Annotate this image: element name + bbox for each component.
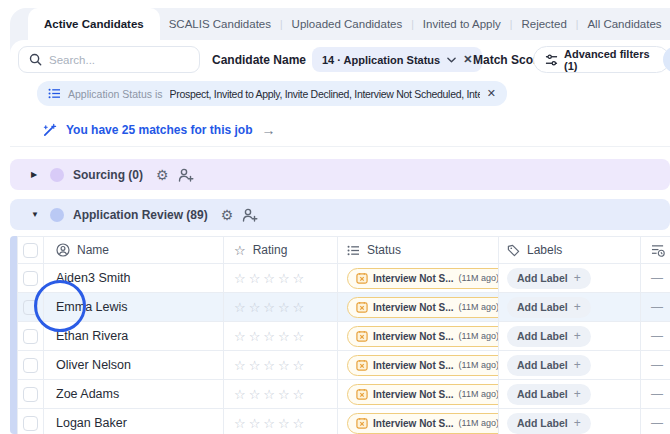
section-sourcing[interactable]: ▶ Sourcing (0) ⚙: [10, 159, 670, 190]
add-person-icon[interactable]: [242, 208, 258, 222]
status-ago: (11M ago): [459, 389, 499, 399]
candidate-row[interactable]: Ethan Rivera ☆☆☆☆☆ Interview Not S... (1…: [18, 322, 670, 351]
column-header-status[interactable]: Status: [367, 243, 401, 257]
gear-icon[interactable]: ⚙: [156, 168, 169, 182]
tab-rejected[interactable]: Rejected: [512, 8, 575, 40]
plus-icon: +: [574, 329, 581, 343]
row-checkbox[interactable]: [23, 300, 38, 315]
select-all-checkbox[interactable]: [23, 243, 38, 258]
add-label-text: Add Label: [517, 359, 568, 371]
advanced-filters-button[interactable]: Advanced filters (1): [533, 46, 670, 73]
add-label-text: Add Label: [517, 388, 568, 400]
status-chip[interactable]: Interview Not S... (11M ago): [347, 326, 499, 347]
status-label: Interview Not S...: [373, 302, 454, 313]
status-chip[interactable]: Interview Not S... (11M ago): [347, 413, 499, 434]
rating-stars[interactable]: ☆☆☆☆☆: [234, 387, 307, 402]
plus-icon: +: [574, 271, 581, 285]
candidate-name: Emma Lewis: [56, 300, 128, 314]
status-label: Interview Not S...: [373, 273, 454, 284]
empty-value: —: [651, 329, 663, 343]
calendar-x-icon: [356, 388, 368, 400]
calendar-x-icon: [356, 301, 368, 313]
application-status-filter-chip[interactable]: 14 · Application Status ✕: [312, 47, 482, 72]
status-label: Interview Not S...: [373, 331, 454, 342]
status-label: Interview Not S...: [373, 389, 454, 400]
candidate-row[interactable]: Aiden3 Smith ☆☆☆☆☆ Interview Not S... (1…: [18, 264, 670, 293]
candidate-name: Logan Baker: [56, 416, 127, 430]
rating-stars[interactable]: ☆☆☆☆☆: [234, 358, 307, 373]
add-person-icon[interactable]: [178, 168, 194, 182]
empty-value: —: [651, 358, 663, 372]
empty-value: —: [651, 416, 663, 430]
matches-text: You have 25 matches for this job: [66, 123, 253, 137]
tab-all-candidates[interactable]: All Candidates: [578, 8, 670, 40]
caret-down-icon[interactable]: ▼: [31, 210, 41, 219]
tab-scalis-candidates[interactable]: SCALIS Candidates: [160, 8, 280, 40]
stage-color-dot: [50, 168, 64, 182]
row-checkbox[interactable]: [23, 416, 38, 431]
add-label-text: Add Label: [517, 301, 568, 313]
add-label-button[interactable]: Add Label+: [507, 413, 591, 434]
stage-color-dot: [50, 208, 64, 222]
matches-banner-link[interactable]: You have 25 matches for this job →: [42, 121, 276, 139]
add-label-button[interactable]: Add Label+: [507, 297, 591, 318]
caret-right-icon[interactable]: ▶: [31, 170, 41, 179]
list-icon: [347, 245, 360, 256]
tag-icon: [507, 244, 520, 257]
search-input[interactable]: [49, 54, 179, 66]
status-chip[interactable]: Interview Not S... (11M ago): [347, 268, 499, 289]
calendar-x-icon: [356, 417, 368, 429]
empty-value: —: [651, 271, 663, 285]
candidate-name: Aiden3 Smith: [56, 271, 130, 285]
tab-invited-to-apply[interactable]: Invited to Apply: [414, 8, 510, 40]
candidate-row[interactable]: Oliver Nelson ☆☆☆☆☆ Interview Not S... (…: [18, 351, 670, 380]
rating-stars[interactable]: ☆☆☆☆☆: [234, 300, 307, 315]
close-icon[interactable]: ✕: [463, 53, 472, 66]
status-chip[interactable]: Interview Not S... (11M ago): [347, 384, 499, 405]
view-tabs: Active Candidates SCALIS Candidates | Up…: [10, 8, 670, 40]
row-checkbox[interactable]: [23, 329, 38, 344]
empty-value: —: [651, 300, 663, 314]
row-checkbox[interactable]: [23, 358, 38, 373]
candidate-name: Ethan Rivera: [56, 329, 128, 343]
magic-wand-icon: [42, 123, 57, 138]
status-ago: (11M ago): [459, 273, 499, 283]
candidate-row[interactable]: Logan Baker ☆☆☆☆☆ Interview Not S... (11…: [18, 409, 670, 434]
candidate-name: Oliver Nelson: [56, 358, 131, 372]
add-label-button[interactable]: Add Label+: [507, 268, 591, 289]
add-label-button[interactable]: Add Label+: [507, 384, 591, 405]
status-chip[interactable]: Interview Not S... (11M ago): [347, 355, 499, 376]
column-header-rating[interactable]: Rating: [253, 243, 288, 257]
status-chip[interactable]: Interview Not S... (11M ago): [347, 297, 499, 318]
candidate-row[interactable]: Zoe Adams ☆☆☆☆☆ Interview Not S... (11M …: [18, 380, 670, 409]
status-label: Interview Not S...: [373, 360, 454, 371]
add-label-button[interactable]: Add Label+: [507, 326, 591, 347]
list-filter-icon: [48, 88, 61, 99]
calendar-x-icon: [356, 330, 368, 342]
status-ago: (11M ago): [459, 360, 499, 370]
close-icon[interactable]: ✕: [487, 87, 496, 100]
rating-stars[interactable]: ☆☆☆☆☆: [234, 416, 307, 431]
sort-field-dropdown[interactable]: Candidate Name: [212, 46, 324, 73]
chevron-down-icon[interactable]: [447, 57, 456, 63]
tab-uploaded-candidates[interactable]: Uploaded Candidates: [283, 8, 412, 40]
search-box[interactable]: [18, 46, 200, 73]
status-ago: (11M ago): [459, 331, 499, 341]
column-header-labels[interactable]: Labels: [527, 243, 562, 257]
tab-active-candidates[interactable]: Active Candidates: [28, 8, 160, 40]
add-label-button[interactable]: Add Label+: [507, 355, 591, 376]
gear-icon[interactable]: ⚙: [221, 208, 234, 222]
sort-field-label: Candidate Name: [212, 53, 306, 67]
candidate-row[interactable]: Emma Lewis ☆☆☆☆☆ Interview Not S... (11M…: [18, 293, 670, 322]
add-label-text: Add Label: [517, 417, 568, 429]
column-header-name[interactable]: Name: [77, 243, 109, 257]
row-checkbox[interactable]: [23, 271, 38, 286]
candidates-page: Active Candidates SCALIS Candidates | Up…: [0, 0, 670, 434]
section-application-review[interactable]: ▼ Application Review (89) ⚙: [10, 199, 670, 230]
add-label-text: Add Label: [517, 272, 568, 284]
row-checkbox[interactable]: [23, 387, 38, 402]
rating-stars[interactable]: ☆☆☆☆☆: [234, 271, 307, 286]
filter-prefix: Application Status is: [68, 88, 163, 100]
rating-stars[interactable]: ☆☆☆☆☆: [234, 329, 307, 344]
section-label: Sourcing (0): [73, 168, 143, 182]
